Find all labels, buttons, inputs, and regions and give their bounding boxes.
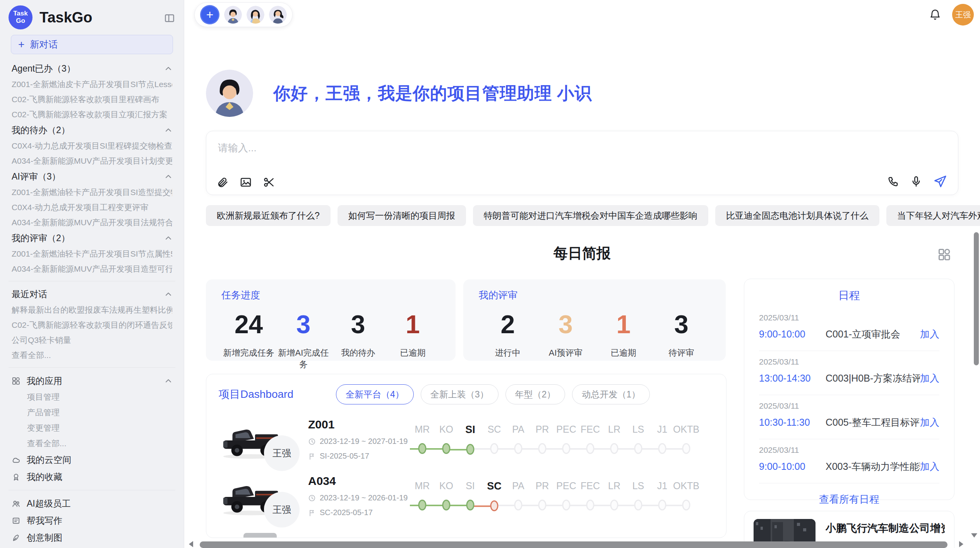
project-row-z001[interactable]: 王强 Z001 2023-12-19 ~ 2027-01-19 SI-2025-…: [219, 418, 714, 461]
schedule-item: 2025/03/11 10:30-11:30 C005-整车工程目标评审 加入: [759, 395, 939, 439]
suggestion-chip[interactable]: 如何写一份清晰的项目周报: [338, 205, 466, 226]
assistant-avatar-3[interactable]: [269, 6, 287, 24]
notification-bell-icon[interactable]: [929, 9, 941, 21]
project-code: Z001: [308, 418, 410, 431]
section-list-agent-done: Z001-全新燃油皮卡产品开发项目SI节点Lesson Learn报告C02-飞…: [12, 77, 172, 122]
milestone-label: PR: [536, 424, 549, 435]
schedule-row: 9:00-10:00 X003-车辆动力学性能验... 加入: [759, 460, 939, 473]
chevron-up-icon: [164, 173, 172, 180]
dashboard-tab[interactable]: 动总开发（1）: [572, 384, 650, 404]
app-logo-line2: Go: [16, 17, 25, 25]
milestone-dot: [466, 444, 475, 455]
milestone: SI: [458, 480, 482, 513]
join-link[interactable]: 加入: [920, 328, 939, 341]
chevron-up-icon: [164, 126, 172, 134]
sidebar-item-help-me-write[interactable]: 帮我写作: [0, 512, 184, 529]
dashboard-tab[interactable]: 年型（2）: [505, 384, 565, 404]
new-chat-button[interactable]: + 新对话: [11, 35, 173, 54]
attachment-icon[interactable]: [216, 176, 229, 188]
milestone-label: J1: [657, 480, 667, 491]
sidebar-item-favorites[interactable]: 我的收藏: [0, 468, 184, 485]
milestone: PEC: [554, 424, 578, 457]
section-header-agent-done[interactable]: Agent已办（3）: [12, 60, 172, 77]
milestone-dot: [586, 500, 595, 510]
milestone: FEC: [578, 480, 602, 513]
sidebar-task-item[interactable]: C02-飞腾新能源轻客改款项目立项汇报方案: [12, 107, 172, 122]
stat-item: 24 新增完成任务: [221, 312, 276, 370]
divider: [9, 367, 175, 368]
app-sub-item[interactable]: 变更管理: [0, 420, 184, 436]
hscroll-right-arrow[interactable]: [959, 541, 963, 547]
suggestion-chip[interactable]: 比亚迪全固态电池计划具体说了什么: [715, 205, 879, 226]
sidebar-task-item[interactable]: C0X4-动力总成开发项目工程变更评审: [12, 200, 172, 215]
section-header-ai-review[interactable]: AI评审（3）: [12, 168, 172, 185]
daily-brief-cards: 任务进度 24 新增完成任务 3 新增AI完成任务: [206, 279, 726, 361]
stat-item: 3 待评审: [653, 312, 711, 359]
dashboard-title: 项目Dashboard: [219, 387, 293, 402]
section-header-recent[interactable]: 最近对话: [12, 286, 172, 302]
assistant-avatar-1[interactable]: [224, 6, 242, 24]
section-list-my-review: Z001-全新燃油轻卡产品开发项目SI节点属性5D文件评审A034-全新新能源M…: [12, 246, 172, 276]
stat-value: 1: [595, 312, 653, 337]
flag-icon: [308, 452, 316, 460]
join-link[interactable]: 加入: [920, 416, 939, 429]
app-sub-item[interactable]: 产品管理: [0, 405, 184, 420]
project-row-a034[interactable]: 王强 A034 2023-12-19 ~ 2026-01-19 SC-2025-…: [219, 474, 714, 517]
sidebar-task-item[interactable]: Z001-全新燃油轻卡产品开发项目SI节点属性5D文件评审: [12, 246, 172, 261]
microphone-icon[interactable]: [910, 175, 922, 188]
recent-chat-item[interactable]: C02-飞腾新能源轻客改款项目的闭环通告反馈情况: [12, 317, 172, 332]
suggestion-chip[interactable]: 欧洲新规最近颁布了什么?: [206, 205, 331, 226]
section-header-my-review[interactable]: 我的评审（2）: [12, 230, 172, 246]
vertical-scrollbar[interactable]: [974, 232, 979, 365]
user-avatar[interactable]: 王强: [952, 4, 974, 26]
horizontal-scrollbar[interactable]: [200, 541, 947, 548]
sidebar-item-creative-drawing[interactable]: 创意制图: [0, 529, 184, 546]
section-title: 我的待办（2）: [12, 124, 70, 136]
view-all-schedule-link[interactable]: 查看所有日程: [759, 493, 939, 506]
apps-view-all[interactable]: 查看全部...: [0, 436, 184, 451]
sidebar-task-item[interactable]: A034-全新新能源MUV产品开发项目法规符合性评审: [12, 215, 172, 230]
sidebar-logo-row: Task Go TaskGo: [0, 0, 184, 32]
image-icon[interactable]: [240, 176, 252, 188]
milestone-dot: [442, 500, 451, 510]
join-link[interactable]: 加入: [920, 372, 939, 385]
assistant-avatar-2[interactable]: [247, 6, 264, 24]
dashboard-tab[interactable]: 全新上装（3）: [421, 384, 499, 404]
layout-grid-icon[interactable]: [937, 248, 951, 262]
sidebar-task-item[interactable]: Z001-全新燃油皮卡产品开发项目SI节点Lesson Learn报告: [12, 77, 172, 92]
recent-chat-item[interactable]: 公司Q3轻卡销量: [12, 332, 172, 348]
new-chat-label: 新对话: [30, 38, 58, 51]
app-sub-item[interactable]: 项目管理: [0, 389, 184, 405]
send-icon[interactable]: [933, 175, 947, 188]
section-header-my-todo[interactable]: 我的待办（2）: [12, 122, 172, 138]
suggestion-chip[interactable]: 特朗普可能对进口汽车增税会对中国车企造成哪些影响: [473, 205, 708, 226]
milestone-label: PA: [512, 424, 524, 435]
sidebar-task-item[interactable]: A034-全新新能源MUV产品开发项目计划变更表编写: [12, 153, 172, 168]
hscroll-left-arrow[interactable]: [189, 541, 193, 547]
add-assistant-button[interactable]: +: [200, 5, 219, 24]
vscroll-down-arrow[interactable]: [971, 533, 977, 538]
scissors-icon[interactable]: [263, 176, 275, 188]
sidebar-task-item[interactable]: A034-全新新能源MUV产品开发项目造型可行性评审: [12, 261, 172, 276]
sidebar-item-my-apps[interactable]: 我的应用: [0, 372, 184, 389]
sidebar-collapse-icon[interactable]: [164, 12, 175, 24]
stat-value: 3: [537, 312, 595, 337]
chat-input[interactable]: [206, 131, 958, 167]
date-range: 2023-12-19 ~ 2026-01-19: [320, 493, 408, 502]
my-apps-label: 我的应用: [27, 375, 62, 387]
task-progress-card: 任务进度 24 新增完成任务 3 新增AI完成任务: [206, 279, 456, 361]
sidebar-task-item[interactable]: C0X4-动力总成开发项目SI里程碑提交物检查: [12, 138, 172, 153]
sidebar-item-ai-super-staff[interactable]: AI超级员工: [0, 495, 184, 512]
suggestion-chip[interactable]: 当下年轻人对汽车外观有怎样的喜好趋势: [886, 205, 980, 226]
recent-chat-item[interactable]: 解释最新出台的欧盟报废车法规再生塑料比例被调至15%...: [12, 302, 172, 317]
recent-view-all[interactable]: 查看全部...: [12, 348, 172, 363]
milestone-label: OKTB: [673, 480, 699, 491]
milestone-label: LR: [608, 480, 620, 491]
section-title: Agent已办（3）: [12, 63, 75, 75]
sidebar-item-cloud-space[interactable]: 我的云空间: [0, 451, 184, 468]
join-link[interactable]: 加入: [920, 460, 939, 473]
phone-call-icon[interactable]: [887, 175, 899, 188]
sidebar-task-item[interactable]: C02-飞腾新能源轻客改款项目里程碑画布: [12, 92, 172, 107]
sidebar-task-item[interactable]: Z001-全新燃油轻卡产品开发项目SI造型提交物评审: [12, 185, 172, 200]
dashboard-tab[interactable]: 全新平台（4）: [336, 384, 414, 404]
